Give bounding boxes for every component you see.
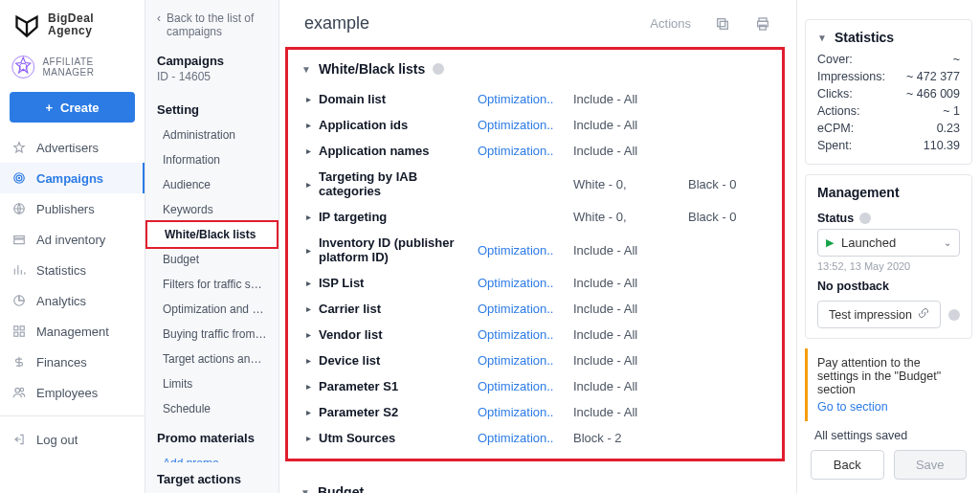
wb-row[interactable]: ▸Parameter S1Optimization..Include - All — [296, 373, 772, 399]
caret-right-icon: ▸ — [301, 303, 315, 314]
svg-rect-6 — [14, 236, 25, 238]
target-icon — [11, 170, 27, 186]
wb-row-name: Utm Sources — [315, 431, 478, 445]
info-icon[interactable] — [433, 63, 444, 75]
back-button[interactable]: Back — [811, 450, 884, 480]
optimization-link[interactable]: Optimization.. — [478, 243, 573, 258]
caret-down-icon: ▼ — [301, 487, 310, 494]
nav-employees[interactable]: Employees — [0, 377, 145, 408]
actions-menu[interactable]: Actions — [650, 16, 691, 31]
info-icon[interactable] — [859, 213, 871, 224]
plus-icon: + — [45, 101, 53, 115]
subitem-audience[interactable]: Audience — [145, 172, 278, 197]
wb-row-mode: Include - All — [573, 302, 688, 316]
svg-rect-11 — [20, 332, 24, 336]
wb-row-name: ISP List — [315, 276, 478, 290]
back-link[interactable]: ‹ Back to the list of campaigns — [145, 6, 278, 52]
subitem-buying-traffic-from-s-[interactable]: Buying traffic from S... — [145, 322, 278, 347]
subitem-information[interactable]: Information — [145, 147, 278, 172]
wb-row[interactable]: ▸Application idsOptimization..Include - … — [296, 112, 772, 138]
wb-row-name: Application names — [315, 144, 478, 158]
subitem-schedule[interactable]: Schedule — [145, 396, 278, 421]
optimization-link[interactable]: Optimization.. — [478, 302, 573, 316]
subitem-optimization-and-rules[interactable]: Optimization and rules — [145, 297, 278, 322]
wb-row[interactable]: ▸Application namesOptimization..Include … — [296, 138, 772, 164]
wb-section-header[interactable]: ▼ White/Black lists — [296, 57, 772, 86]
wb-row-mode: Include - All — [573, 353, 688, 368]
save-button[interactable]: Save — [894, 450, 968, 480]
test-impression-button[interactable]: Test impression — [817, 301, 941, 328]
wb-row[interactable]: ▸Inventory ID (publisher platform ID)Opt… — [296, 230, 772, 270]
stats-icon — [11, 262, 27, 278]
optimization-link[interactable]: Optimization.. — [478, 327, 573, 342]
wb-row-mode: Include - All — [573, 92, 688, 106]
wb-row[interactable]: ▸Device listOptimization..Include - All — [296, 347, 772, 373]
subitem-keywords[interactable]: Keywords — [145, 197, 278, 222]
nav-publishers[interactable]: Publishers — [0, 193, 145, 224]
wb-row[interactable]: ▸ISP ListOptimization..Include - All — [296, 270, 772, 296]
caret-down-icon: ▼ — [817, 33, 827, 43]
optimization-link[interactable]: Optimization.. — [478, 379, 573, 393]
nav-finances[interactable]: Finances — [0, 347, 145, 377]
wb-row[interactable]: ▸Parameter S2Optimization..Include - All — [296, 399, 772, 425]
print-icon[interactable] — [754, 15, 771, 33]
nav-ad-inventory[interactable]: Ad inventory — [0, 224, 145, 255]
caret-right-icon: ▸ — [301, 355, 315, 366]
nav-management[interactable]: Management — [0, 316, 145, 347]
caret-right-icon: ▸ — [301, 381, 315, 392]
svg-point-0 — [12, 56, 34, 78]
status-select[interactable]: ▶ Launched ⌄ — [817, 229, 960, 257]
optimization-link[interactable]: Optimization.. — [478, 92, 573, 106]
wb-row[interactable]: ▸Carrier listOptimization..Include - All — [296, 296, 772, 322]
optimization-link[interactable]: Optimization.. — [478, 144, 573, 158]
group-promo[interactable]: Promo materials — [145, 421, 278, 451]
svg-rect-9 — [20, 326, 24, 330]
wb-row[interactable]: ▸IP targetingWhite - 0,Black - 0 — [296, 204, 772, 230]
subitem-administration[interactable]: Administration — [145, 123, 278, 147]
white-black-lists-panel: ▼ White/Black lists ▸Domain listOptimiza… — [285, 47, 785, 461]
status-label: Status — [817, 206, 960, 229]
wb-row-name: Device list — [315, 353, 478, 368]
nav-analytics[interactable]: Analytics — [0, 285, 145, 316]
wb-row[interactable]: ▸Vendor listOptimization..Include - All — [296, 322, 772, 347]
subitem-filters-for-traffic-sour-[interactable]: Filters for traffic sour... — [145, 272, 278, 297]
subitem-add-promo[interactable]: Add promo — [145, 451, 278, 462]
wb-row-name: Carrier list — [315, 302, 478, 316]
caret-right-icon: ▸ — [301, 94, 315, 104]
svg-rect-7 — [14, 239, 25, 244]
optimization-link[interactable]: Optimization.. — [478, 276, 573, 290]
status-timestamp: 13:52, 13 May 2020 — [817, 257, 960, 280]
info-icon[interactable] — [948, 309, 960, 321]
create-button[interactable]: + Create — [10, 92, 135, 123]
nav-advertisers[interactable]: Advertisers — [0, 132, 145, 163]
nav-logout[interactable]: Log out — [0, 424, 145, 455]
wb-row[interactable]: ▸Utm SourcesOptimization..Block - 2 — [296, 425, 772, 451]
copy-icon[interactable] — [714, 15, 731, 33]
analytics-icon — [11, 293, 27, 308]
optimization-link[interactable]: Optimization.. — [478, 353, 573, 368]
nav-statistics[interactable]: Statistics — [0, 255, 145, 285]
chevron-down-icon: ⌄ — [944, 237, 951, 248]
settings-subnav: ‹ Back to the list of campaigns Campaign… — [145, 0, 279, 493]
subitem-white-black-lists[interactable]: White/Black lists — [145, 220, 278, 249]
subitem-limits[interactable]: Limits — [145, 371, 278, 396]
stat-row: Cover:~ — [817, 51, 960, 68]
svg-rect-10 — [14, 332, 18, 336]
wb-row[interactable]: ▸Targeting by IAB categoriesWhite - 0,Bl… — [296, 164, 772, 204]
budget-section-header[interactable]: ▼ Budget — [295, 481, 783, 493]
optimization-link[interactable]: Optimization.. — [478, 405, 573, 419]
caret-right-icon: ▸ — [301, 433, 315, 443]
caret-right-icon: ▸ — [301, 212, 315, 222]
optimization-link[interactable]: Optimization.. — [478, 118, 573, 132]
budget-warning: Pay attention to the settings in the "Bu… — [805, 348, 972, 421]
optimization-link[interactable]: Optimization.. — [478, 431, 573, 445]
group-setting[interactable]: Setting — [145, 93, 278, 123]
go-to-section-link[interactable]: Go to section — [817, 400, 888, 414]
subitem-target-actions-and-re-[interactable]: Target actions and re... — [145, 347, 278, 371]
wb-row[interactable]: ▸Domain listOptimization..Include - All — [296, 86, 772, 112]
statistics-header[interactable]: ▼ Statistics — [817, 30, 960, 51]
subitem-budget[interactable]: Budget — [145, 247, 278, 272]
group-target-actions[interactable]: Target actions — [145, 462, 278, 492]
caret-right-icon: ▸ — [301, 407, 315, 417]
nav-campaigns[interactable]: Campaigns — [0, 163, 145, 193]
